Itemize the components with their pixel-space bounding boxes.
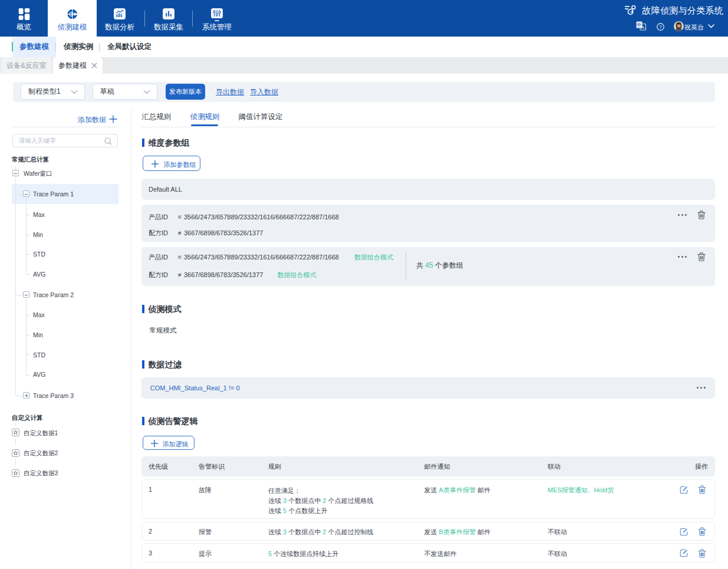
svg-text:?: ? [659,24,662,30]
svg-text:中: 中 [637,22,642,28]
